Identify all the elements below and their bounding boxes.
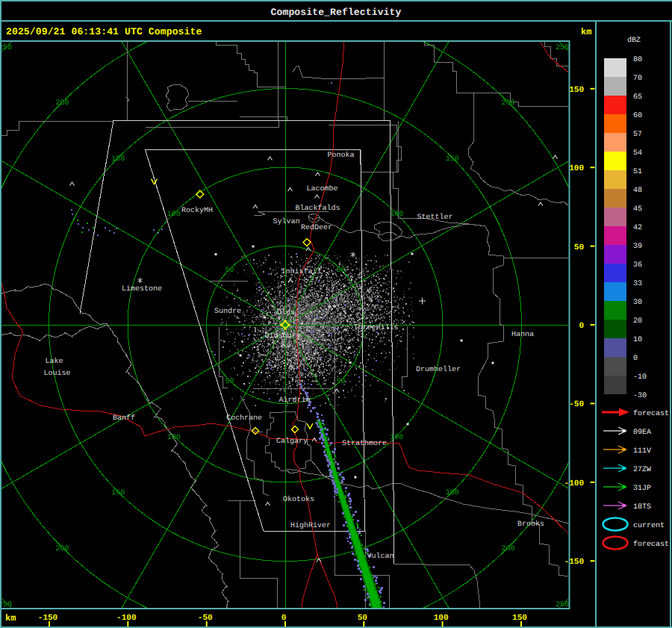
svg-text:0: 0 bbox=[579, 322, 584, 331]
svg-text:Sundre: Sundre bbox=[214, 307, 241, 316]
svg-text:RockyMH: RockyMH bbox=[181, 206, 213, 215]
svg-text:Airdrie: Airdrie bbox=[279, 396, 311, 405]
svg-text:100: 100 bbox=[390, 211, 403, 219]
svg-text:Didsbury: Didsbury bbox=[265, 332, 301, 341]
svg-text:150: 150 bbox=[446, 155, 459, 164]
svg-text:2025/09/21 06:13:41 UTC Compos: 2025/09/21 06:13:41 UTC Composite bbox=[6, 26, 202, 37]
svg-text:Lake: Lake bbox=[46, 357, 63, 366]
svg-text:-100: -100 bbox=[564, 479, 584, 488]
svg-text:-100: -100 bbox=[116, 614, 136, 623]
svg-text:Ponoka: Ponoka bbox=[328, 151, 355, 160]
svg-text:ThreeHills: ThreeHills bbox=[354, 323, 399, 332]
svg-text:250: 250 bbox=[556, 44, 569, 52]
svg-text:80: 80 bbox=[633, 56, 642, 64]
svg-text:70: 70 bbox=[633, 75, 642, 83]
svg-text:200: 200 bbox=[501, 545, 514, 553]
svg-text:100: 100 bbox=[434, 614, 449, 623]
svg-text:Brooks: Brooks bbox=[517, 520, 544, 529]
svg-text:Drumheller: Drumheller bbox=[416, 365, 461, 374]
svg-text:33: 33 bbox=[633, 280, 642, 288]
svg-text:50: 50 bbox=[337, 378, 346, 386]
svg-text:150: 150 bbox=[111, 489, 125, 497]
svg-text:100: 100 bbox=[569, 164, 584, 173]
svg-text:Sylvan: Sylvan bbox=[273, 217, 300, 226]
svg-text:Composite_Reflectivity: Composite_Reflectivity bbox=[271, 7, 402, 18]
svg-text:current: current bbox=[633, 522, 665, 530]
svg-text:250: 250 bbox=[0, 44, 12, 52]
svg-text:18TS: 18TS bbox=[633, 503, 651, 512]
svg-text:39: 39 bbox=[633, 243, 642, 251]
svg-text:-50: -50 bbox=[569, 400, 584, 409]
svg-text:km: km bbox=[581, 27, 591, 37]
svg-text:forecast: forecast bbox=[633, 409, 669, 418]
svg-text:54: 54 bbox=[633, 149, 642, 158]
svg-text:10: 10 bbox=[633, 336, 642, 344]
svg-text:65: 65 bbox=[633, 93, 642, 102]
svg-text:48: 48 bbox=[633, 187, 642, 195]
svg-text:Olds: Olds bbox=[277, 308, 295, 317]
svg-text:150: 150 bbox=[512, 614, 527, 623]
svg-text:150: 150 bbox=[569, 86, 584, 95]
svg-text:-150: -150 bbox=[564, 558, 584, 567]
svg-text:Strathmore: Strathmore bbox=[342, 439, 387, 448]
svg-text:42: 42 bbox=[633, 224, 642, 232]
svg-text:-50: -50 bbox=[198, 614, 213, 623]
svg-text:Hanna: Hanna bbox=[511, 331, 534, 339]
svg-text:Stettler: Stettler bbox=[417, 213, 453, 222]
svg-text:36: 36 bbox=[633, 261, 642, 270]
svg-text:50: 50 bbox=[337, 267, 346, 275]
svg-text:Lacombe: Lacombe bbox=[307, 184, 338, 193]
svg-text:forecast: forecast bbox=[633, 540, 669, 549]
svg-text:60: 60 bbox=[633, 112, 642, 120]
svg-text:250: 250 bbox=[556, 601, 569, 609]
svg-text:-150: -150 bbox=[38, 614, 57, 623]
svg-text:200: 200 bbox=[56, 99, 69, 108]
svg-text:km: km bbox=[5, 613, 16, 624]
svg-text:Innisfail: Innisfail bbox=[281, 267, 322, 276]
svg-text:100: 100 bbox=[167, 434, 181, 442]
svg-text:Blackfalds: Blackfalds bbox=[296, 204, 340, 213]
svg-text:Calgary: Calgary bbox=[276, 437, 308, 446]
svg-text:50: 50 bbox=[225, 378, 234, 386]
svg-text:50: 50 bbox=[225, 267, 234, 275]
svg-text:Banff: Banff bbox=[113, 414, 135, 423]
svg-text:-10: -10 bbox=[633, 373, 647, 382]
svg-text:31JP: 31JP bbox=[633, 485, 651, 493]
svg-text:-30: -30 bbox=[633, 392, 647, 400]
svg-text:20: 20 bbox=[633, 317, 642, 326]
svg-text:150: 150 bbox=[446, 489, 459, 497]
svg-text:RedDeer: RedDeer bbox=[301, 223, 332, 232]
svg-text:45: 45 bbox=[633, 205, 642, 214]
svg-text:57: 57 bbox=[633, 131, 642, 139]
svg-text:250: 250 bbox=[0, 601, 12, 609]
svg-text:Louise: Louise bbox=[44, 369, 71, 378]
svg-text:Cochrane: Cochrane bbox=[226, 414, 262, 423]
svg-text:Vulcan: Vulcan bbox=[367, 552, 394, 561]
svg-text:09EA: 09EA bbox=[633, 429, 651, 437]
svg-text:100: 100 bbox=[390, 434, 403, 442]
svg-text:Limestone: Limestone bbox=[122, 285, 162, 293]
svg-text:27ZW: 27ZW bbox=[633, 466, 651, 474]
svg-text:111V: 111V bbox=[633, 447, 651, 456]
svg-text:150: 150 bbox=[111, 155, 125, 164]
svg-text:HighRiver: HighRiver bbox=[290, 521, 331, 530]
svg-text:dBZ: dBZ bbox=[627, 36, 641, 45]
svg-text:50: 50 bbox=[574, 243, 584, 252]
svg-text:200: 200 bbox=[501, 99, 514, 108]
svg-text:100: 100 bbox=[167, 211, 181, 219]
svg-text:50: 50 bbox=[358, 614, 367, 623]
svg-text:200: 200 bbox=[56, 545, 69, 553]
svg-text:51: 51 bbox=[633, 168, 642, 176]
svg-text:30: 30 bbox=[633, 299, 642, 307]
svg-text:Okotoks: Okotoks bbox=[283, 495, 314, 504]
svg-text:0: 0 bbox=[633, 355, 638, 363]
